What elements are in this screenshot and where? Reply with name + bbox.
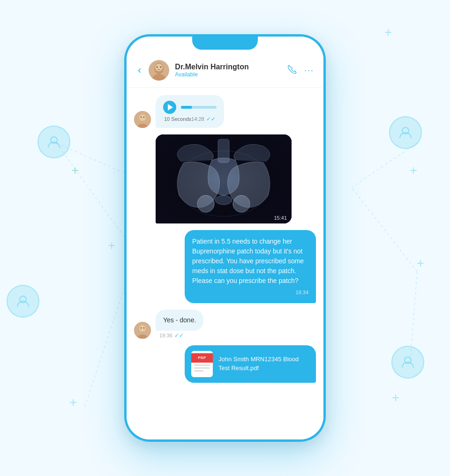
bg-avatar-2 [389, 116, 422, 149]
pdf-info: John Smith MRN12345 Blood Test Result.pd… [218, 355, 309, 372]
svg-point-16 [160, 67, 162, 68]
svg-point-33 [143, 327, 144, 328]
bg-plus-6: + [417, 257, 424, 270]
header-info: Dr.Melvin Harrington Available [175, 63, 282, 78]
bg-plus-4: + [69, 396, 77, 409]
sent-message-time-row: 19:34 [192, 289, 308, 297]
play-icon [168, 104, 173, 111]
pdf-line-2 [194, 367, 210, 369]
xray-message-row: 15:41 [156, 134, 316, 223]
bg-plus-2: + [71, 164, 79, 177]
phone-shell: ‹ Dr.Melvin Harrington Available [124, 34, 326, 442]
doctor-avatar [149, 60, 169, 81]
bg-avatar-1 [38, 126, 70, 158]
received-message-meta: 19:36 ✓✓ [156, 332, 203, 339]
xray-svg [156, 134, 292, 223]
pdf-file-icon: PDF [191, 351, 213, 377]
image-timestamp: 15:41 [274, 215, 287, 221]
xray-image: 15:41 [156, 134, 292, 223]
voice-duration: 10 Seconds [164, 116, 191, 122]
svg-point-7 [51, 137, 57, 143]
doctor-status: Available [175, 71, 282, 78]
svg-point-8 [402, 127, 409, 134]
phone-notch [192, 37, 258, 50]
received-text-message-row: Yes - done. 19:36 ✓✓ [134, 310, 316, 339]
pdf-line-1 [194, 364, 210, 366]
sent-text-bubble: Patient in 5.5 needs to change her Bupre… [185, 230, 316, 303]
bg-plus-1: + [384, 26, 392, 39]
svg-point-32 [141, 327, 142, 328]
more-options-icon[interactable]: ··· [304, 66, 314, 75]
voice-controls [163, 101, 217, 114]
pdf-message-row: PDF John Smith MRN12345 Blood Test Resul… [134, 345, 316, 391]
svg-point-10 [405, 357, 411, 364]
back-button[interactable]: ‹ [136, 62, 143, 78]
pdf-line-3 [194, 370, 203, 372]
pdf-filename: John Smith MRN12345 Blood Test Result.pd… [218, 355, 309, 372]
svg-point-20 [141, 117, 142, 118]
voice-time: 14:28 ✓✓ [191, 116, 216, 122]
received-message-timestamp: 19:36 [159, 333, 172, 338]
phone-icon[interactable] [287, 65, 297, 76]
pdf-bubble: PDF John Smith MRN12345 Blood Test Resul… [185, 345, 316, 383]
play-button[interactable] [163, 101, 176, 114]
doctor-name: Dr.Melvin Harrington [175, 63, 282, 71]
bg-plus-7: + [392, 391, 399, 404]
xray-image-bubble: 15:41 [156, 134, 292, 223]
svg-point-9 [20, 296, 26, 303]
sent-message-timestamp: 19:34 [295, 289, 308, 297]
pdf-timestamp: 19:42 [303, 386, 316, 391]
svg-point-13 [155, 64, 163, 71]
sent-text-message-row: Patient in 5.5 needs to change her Bupre… [134, 230, 316, 303]
voice-message-bubble: 10 Seconds 14:28 ✓✓ [156, 95, 224, 128]
svg-point-18 [139, 114, 146, 121]
bg-plus-5: + [410, 164, 417, 177]
pdf-label: PDF [191, 353, 213, 363]
sender-avatar-voice [134, 111, 151, 128]
received-text-bubble: Yes - done. [156, 310, 203, 331]
svg-rect-28 [156, 134, 292, 223]
svg-line-6 [410, 272, 417, 361]
voice-timestamp: 14:28 [191, 116, 204, 122]
received-message-text: Yes - done. [163, 316, 196, 324]
svg-point-15 [157, 67, 158, 68]
received-read-checkmarks: ✓✓ [174, 332, 184, 339]
bg-avatar-3 [7, 285, 39, 318]
read-checkmarks: ✓✓ [206, 116, 216, 122]
received-text-bubble-wrapper: Yes - done. 19:36 ✓✓ [156, 310, 203, 339]
sent-message-text: Patient in 5.5 needs to change her Bupre… [192, 238, 304, 284]
voice-metadata: 10 Seconds 14:28 ✓✓ [163, 116, 217, 122]
svg-point-30 [139, 325, 146, 332]
svg-line-4 [352, 143, 417, 187]
svg-point-21 [143, 117, 144, 118]
bg-plus-3: + [108, 239, 115, 252]
sender-avatar-text [134, 322, 151, 339]
pdf-lines [191, 363, 213, 375]
pdf-time-row: 19:42 [185, 386, 316, 391]
pdf-bubble-wrapper: PDF John Smith MRN12345 Blood Test Resul… [185, 345, 316, 391]
svg-line-5 [352, 187, 417, 272]
waveform [181, 106, 217, 109]
phone-inner: ‹ Dr.Melvin Harrington Available [127, 37, 323, 439]
chat-body: 10 Seconds 14:28 ✓✓ [127, 88, 323, 439]
voice-message-row: 10 Seconds 14:28 ✓✓ [134, 95, 316, 128]
header-action-icons: ··· [287, 65, 314, 76]
bg-avatar-4 [391, 346, 424, 379]
